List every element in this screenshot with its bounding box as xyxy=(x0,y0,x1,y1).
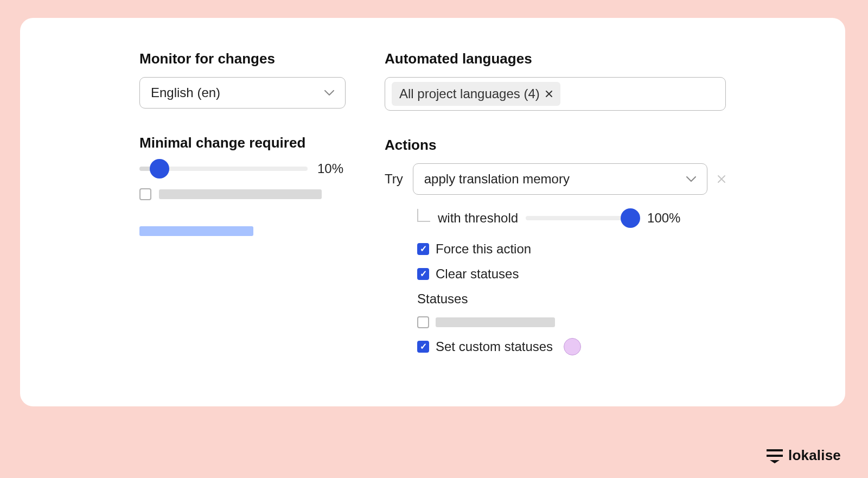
force-action-label: Force this action xyxy=(436,241,531,257)
svg-rect-0 xyxy=(767,449,783,451)
set-custom-statuses-label: Set custom statuses xyxy=(436,339,553,354)
language-tag-label: All project languages (4) xyxy=(399,86,540,101)
minimal-option-placeholder xyxy=(159,189,322,199)
minimal-heading: Minimal change required xyxy=(139,135,346,151)
try-selected-value: apply translation memory xyxy=(424,171,570,187)
monitor-selected-value: English (en) xyxy=(151,85,220,100)
monitor-heading: Monitor for changes xyxy=(139,50,346,67)
minimal-slider-row: 10% xyxy=(139,161,346,176)
statuses-heading: Statuses xyxy=(417,291,726,307)
remove-action-icon[interactable] xyxy=(717,171,726,187)
minimal-slider-value: 10% xyxy=(317,161,343,176)
svg-rect-1 xyxy=(767,455,783,457)
actions-heading: Actions xyxy=(385,137,726,154)
columns: Monitor for changes English (en) Minimal… xyxy=(139,50,726,365)
action-options: Force this action Clear statuses Statuse… xyxy=(417,241,726,355)
custom-status-color-dot[interactable] xyxy=(564,338,581,355)
tag-remove-icon[interactable] xyxy=(545,88,553,100)
nesting-indicator-icon xyxy=(417,209,430,222)
force-action-row: Force this action xyxy=(417,241,726,257)
status-placeholder-row xyxy=(417,316,726,328)
clear-statuses-checkbox[interactable] xyxy=(417,268,429,280)
threshold-value: 100% xyxy=(647,211,680,226)
automated-languages-input[interactable]: All project languages (4) xyxy=(385,77,726,111)
settings-card: Monitor for changes English (en) Minimal… xyxy=(20,18,845,406)
chevron-down-icon xyxy=(324,90,334,95)
language-tag: All project languages (4) xyxy=(392,82,560,106)
status-placeholder-bar xyxy=(436,317,555,327)
minimal-option-row xyxy=(139,188,346,200)
set-custom-statuses-row: Set custom statuses xyxy=(417,338,726,355)
threshold-row: with threshold 100% xyxy=(417,209,726,227)
minimal-slider-thumb[interactable] xyxy=(150,159,169,179)
brand-name: lokalise xyxy=(788,447,841,464)
brand-icon xyxy=(767,448,783,463)
left-column: Monitor for changes English (en) Minimal… xyxy=(139,50,346,365)
minimal-slider[interactable] xyxy=(139,167,308,171)
force-action-checkbox[interactable] xyxy=(417,243,429,255)
minimal-option-checkbox[interactable] xyxy=(139,188,151,200)
try-action-select[interactable]: apply translation memory xyxy=(413,163,707,195)
clear-statuses-row: Clear statuses xyxy=(417,266,726,282)
threshold-label: with threshold xyxy=(438,211,518,226)
try-action-row: Try apply translation memory xyxy=(385,163,726,195)
monitor-language-select[interactable]: English (en) xyxy=(139,77,346,109)
right-column: Automated languages All project language… xyxy=(385,50,726,365)
status-placeholder-checkbox[interactable] xyxy=(417,316,429,328)
threshold-slider[interactable] xyxy=(526,216,640,220)
try-label: Try xyxy=(385,171,403,187)
chevron-down-icon xyxy=(686,176,696,182)
threshold-slider-thumb[interactable] xyxy=(621,208,640,228)
automated-heading: Automated languages xyxy=(385,50,726,67)
set-custom-statuses-checkbox[interactable] xyxy=(417,341,429,353)
accent-placeholder-bar xyxy=(139,226,253,236)
clear-statuses-label: Clear statuses xyxy=(436,266,519,282)
brand-logo: lokalise xyxy=(767,447,841,464)
